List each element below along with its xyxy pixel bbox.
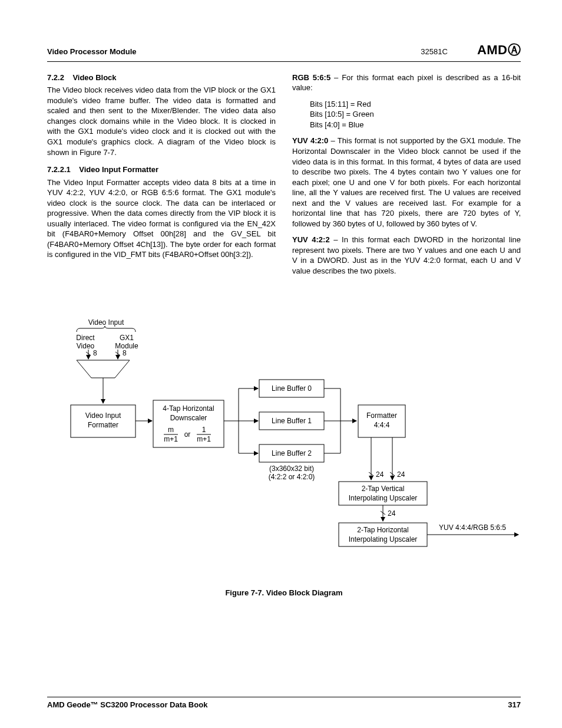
- svg-text:24: 24: [397, 470, 405, 479]
- box-ds-l1: 4-Tap Horizontal: [163, 404, 214, 413]
- box-lb1: Line Buffer 1: [272, 417, 312, 425]
- svg-text:m+1: m+1: [164, 435, 178, 443]
- section-heading: 7.2.2 Video Block: [47, 73, 276, 83]
- amd-logo: AMDⒶ: [477, 41, 521, 59]
- bits-blue: Bits [4:0] = Blue: [310, 120, 521, 130]
- box-ds-l2: Downscaler: [170, 414, 207, 422]
- svg-text:1: 1: [202, 426, 206, 434]
- svg-text:m+1: m+1: [197, 435, 211, 443]
- rgb-para: RGB 5:6:5 – For this format each pixel i…: [292, 73, 521, 93]
- box-vs-l1: 2-Tap Vertical: [362, 485, 405, 493]
- svg-text:24: 24: [376, 470, 384, 479]
- bits-green: Bits [10:5] = Green: [310, 109, 521, 120]
- bits-list: Bits [15:11] = Red Bits [10:5] = Green B…: [310, 99, 521, 130]
- box-hs-l2: Interpolating Upscaler: [349, 535, 418, 543]
- text-columns: 7.2.2 Video Block The Video block receiv…: [47, 73, 521, 282]
- box-vif-l1: Video Input: [85, 411, 121, 420]
- box-lb0: Line Buffer 0: [272, 384, 312, 393]
- label-direct: Direct: [76, 334, 95, 342]
- label-8-1: 8: [93, 349, 97, 357]
- bits-red: Bits [15:11] = Red: [310, 99, 521, 110]
- diagram-figure: Video Input Direct Video GX1 Module 8 8 …: [47, 318, 521, 598]
- doc-number: 32581C: [421, 47, 448, 57]
- page-footer: AMD Geode™ SC3200 Processor Data Book 31…: [47, 697, 521, 710]
- svg-text:m: m: [168, 426, 174, 434]
- label-output: YUV 4:4:4/RGB 5:6:5: [439, 523, 506, 532]
- yuv420-para: YUV 4:2:0 – This format is not supported…: [292, 136, 521, 229]
- section-para: The Video block receives video data from…: [47, 85, 276, 157]
- video-block-diagram-svg: Video Input Direct Video GX1 Module 8 8 …: [47, 318, 521, 577]
- lb-note-l1: (3x360x32 bit): [269, 465, 314, 473]
- footer-page: 317: [508, 700, 521, 710]
- box-vif-l2: Formatter: [88, 421, 118, 429]
- label-8-2: 8: [123, 349, 127, 357]
- label-module: Module: [115, 342, 138, 350]
- label-video: Video: [77, 342, 95, 350]
- label-video-input: Video Input: [88, 318, 124, 327]
- footer-book: AMD Geode™ SC3200 Processor Data Book: [47, 700, 207, 710]
- subsection-heading: 7.2.2.1 Video Input Formatter: [47, 164, 276, 175]
- box-hs-l1: 2-Tap Horizontal: [357, 526, 408, 534]
- header-title: Video Processor Module: [47, 47, 136, 57]
- yuv422-para: YUV 4:2:2 – In this format each DWORD in…: [292, 235, 521, 276]
- figure-caption: Figure 7-7. Video Block Diagram: [47, 588, 521, 598]
- svg-text:or: or: [184, 430, 191, 439]
- box-fmt-l1: Formatter: [366, 411, 397, 420]
- svg-marker-4: [77, 360, 130, 378]
- label-gx1: GX1: [120, 334, 134, 342]
- box-fmt-l2: 4:4:4: [374, 421, 390, 429]
- lb-note-l2: (4:2:2 or 4:2:0): [269, 473, 315, 481]
- left-column: 7.2.2 Video Block The Video block receiv…: [47, 73, 276, 282]
- subsection-para: The Video Input Formatter accepts video …: [47, 177, 276, 260]
- right-column: RGB 5:6:5 – For this format each pixel i…: [292, 73, 521, 282]
- box-lb2: Line Buffer 2: [272, 449, 312, 457]
- box-vs-l2: Interpolating Upscaler: [349, 494, 418, 502]
- page-header: Video Processor Module 32581C AMDⒶ: [47, 41, 521, 62]
- svg-text:24: 24: [388, 509, 396, 518]
